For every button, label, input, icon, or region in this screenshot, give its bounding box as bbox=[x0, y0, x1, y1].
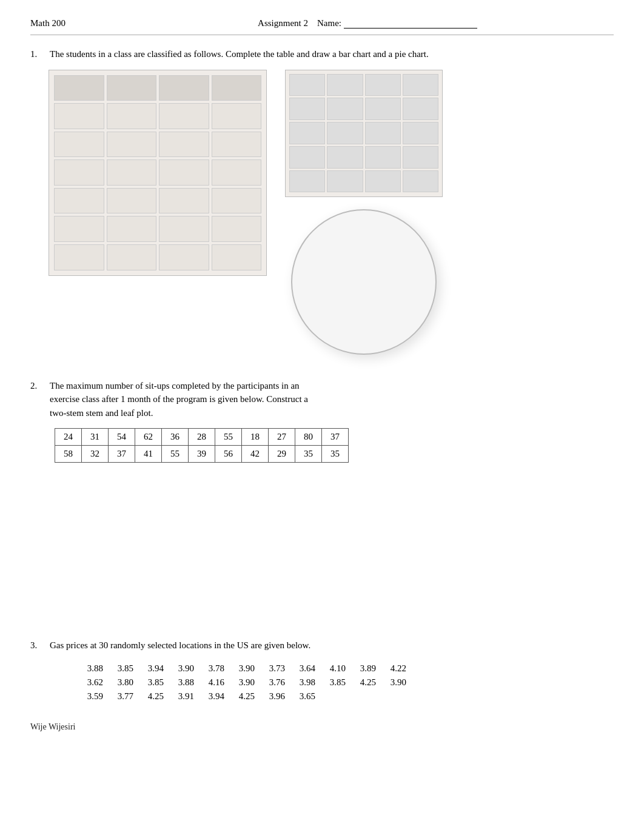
table-cell: 3.78 bbox=[201, 662, 230, 675]
bar-cell bbox=[403, 98, 438, 120]
table-cell: 3.73 bbox=[262, 662, 291, 675]
pie-chart-area bbox=[285, 209, 443, 355]
author-label: Wije Wijesiri bbox=[30, 722, 75, 731]
question-3-block: 3. Gas prices at 30 randomly selected lo… bbox=[30, 639, 614, 704]
table-header-row bbox=[54, 75, 261, 101]
table-cell: 3.85 bbox=[323, 676, 352, 689]
table-cell: 18 bbox=[242, 429, 269, 446]
bar-row bbox=[289, 98, 438, 120]
bar-cell bbox=[289, 122, 325, 144]
table-cell: 3.96 bbox=[262, 690, 291, 703]
table-cell: 3.88 bbox=[80, 662, 109, 675]
bar-cell bbox=[365, 122, 401, 144]
table-cell bbox=[159, 216, 209, 242]
page: Math 200 Assignment 2 Name: 1. The stude… bbox=[0, 0, 644, 835]
assignment-label: Assignment 2 bbox=[258, 18, 308, 28]
bar-cell bbox=[365, 74, 401, 96]
table-cell: 4.25 bbox=[232, 690, 261, 703]
table-cell bbox=[54, 132, 104, 158]
table-cell: 55 bbox=[215, 429, 242, 446]
table-data-row bbox=[54, 132, 261, 158]
table-cell: 37 bbox=[322, 429, 349, 446]
q3-text-content: Gas prices at 30 randomly selected locat… bbox=[50, 639, 310, 652]
bar-cell bbox=[403, 170, 438, 193]
table-cell: 3.94 bbox=[141, 662, 170, 675]
table-cell bbox=[54, 188, 104, 214]
table-cell bbox=[107, 159, 157, 186]
table-cell: 3.91 bbox=[171, 690, 200, 703]
q1-table-placeholder bbox=[49, 70, 267, 276]
table-cell bbox=[159, 75, 209, 101]
bar-cell bbox=[403, 74, 438, 96]
bar-cell bbox=[365, 146, 401, 169]
table-row: 58 32 37 41 55 39 56 42 29 35 35 bbox=[55, 446, 349, 463]
q1-text-content: The students in a class are classified a… bbox=[50, 47, 429, 61]
q2-number: 2. bbox=[30, 379, 45, 420]
table-data-row bbox=[54, 244, 261, 270]
name-field: Name: bbox=[317, 18, 477, 29]
bar-cell bbox=[327, 74, 363, 96]
table-cell bbox=[212, 103, 262, 129]
gas-data-table: 3.88 3.85 3.94 3.90 3.78 3.90 3.73 3.64 … bbox=[79, 661, 414, 704]
table-cell: 3.77 bbox=[110, 690, 139, 703]
question-2-text: 2. The maximum number of sit-ups complet… bbox=[30, 379, 614, 420]
table-row: 3.59 3.77 4.25 3.91 3.94 4.25 3.96 3.65 bbox=[80, 690, 412, 703]
table-cell: 3.59 bbox=[80, 690, 109, 703]
q2-workspace bbox=[30, 481, 614, 639]
bar-cell bbox=[289, 146, 325, 169]
table-cell: 4.10 bbox=[323, 662, 352, 675]
bar-row bbox=[289, 74, 438, 96]
table-cell: 3.64 bbox=[292, 662, 321, 675]
table-cell bbox=[107, 244, 157, 270]
gas-data-table-wrapper: 3.88 3.85 3.94 3.90 3.78 3.90 3.73 3.64 … bbox=[79, 661, 614, 704]
table-row: 24 31 54 62 36 28 55 18 27 80 37 bbox=[55, 429, 349, 446]
q1-number: 1. bbox=[30, 47, 45, 61]
table-cell: 3.85 bbox=[141, 676, 170, 689]
table-cell bbox=[159, 188, 209, 214]
table-cell: 54 bbox=[109, 429, 135, 446]
bar-cell bbox=[403, 122, 438, 144]
footer: Wije Wijesiri bbox=[30, 722, 614, 732]
table-cell bbox=[159, 132, 209, 158]
q2-text-line2: exercise class after 1 month of the prog… bbox=[50, 392, 614, 406]
table-cell: 35 bbox=[322, 446, 349, 463]
table-cell: 4.25 bbox=[141, 690, 170, 703]
table-cell: 3.94 bbox=[201, 690, 230, 703]
table-cell: 3.90 bbox=[171, 662, 200, 675]
table-cell bbox=[212, 75, 262, 101]
question-2-block: 2. The maximum number of sit-ups complet… bbox=[30, 379, 614, 463]
table-cell: 31 bbox=[82, 429, 109, 446]
table-cell: 3.80 bbox=[110, 676, 139, 689]
table-cell: 3.90 bbox=[232, 662, 261, 675]
bar-row bbox=[289, 122, 438, 144]
bar-cell bbox=[327, 122, 363, 144]
table-cell bbox=[212, 132, 262, 158]
bar-cell bbox=[365, 170, 401, 193]
table-cell bbox=[107, 75, 157, 101]
table-cell: 4.16 bbox=[201, 676, 230, 689]
table-cell bbox=[54, 216, 104, 242]
table-cell: 29 bbox=[269, 446, 295, 463]
pie-chart-circle bbox=[291, 209, 437, 355]
table-cell: 37 bbox=[109, 446, 135, 463]
q1-content-area bbox=[49, 70, 614, 355]
table-cell: 35 bbox=[295, 446, 322, 463]
table-cell: 39 bbox=[189, 446, 215, 463]
table-cell: 3.90 bbox=[232, 676, 261, 689]
table-cell: 4.22 bbox=[383, 662, 412, 675]
table-cell: 32 bbox=[82, 446, 109, 463]
bar-cell bbox=[403, 146, 438, 169]
table-cell: 62 bbox=[135, 429, 162, 446]
bar-cell bbox=[289, 98, 325, 120]
table-cell: 3.76 bbox=[262, 676, 291, 689]
bar-cell bbox=[327, 146, 363, 169]
header-center: Assignment 2 Name: bbox=[121, 18, 614, 29]
table-cell: 3.65 bbox=[292, 690, 321, 703]
table-cell: 55 bbox=[162, 446, 189, 463]
table-cell bbox=[212, 159, 262, 186]
table-cell: 28 bbox=[189, 429, 215, 446]
table-cell: 3.62 bbox=[80, 676, 109, 689]
question-3-text: 3. Gas prices at 30 randomly selected lo… bbox=[30, 639, 614, 652]
table-data-row bbox=[54, 159, 261, 186]
table-cell bbox=[159, 103, 209, 129]
